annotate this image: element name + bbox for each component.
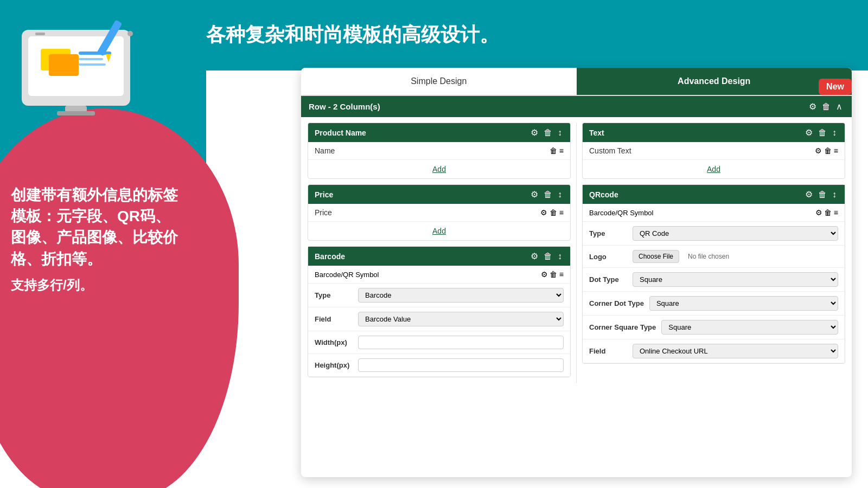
price-delete-btn[interactable]: 🗑	[542, 190, 554, 200]
qrcode-header: QRcode ⚙ 🗑 ↕	[583, 185, 845, 204]
price-add: Add	[308, 222, 570, 240]
price-row: Price ⚙ 🗑 ≡	[308, 204, 570, 222]
qrcode-corner-square-type-row: Corner Square Type Square Rounded	[583, 316, 845, 339]
qrcode-corner-square-type-select[interactable]: Square Rounded	[661, 320, 838, 335]
text-header-actions: ⚙ 🗑 ↕	[803, 127, 838, 138]
custom-text-settings[interactable]: ⚙	[815, 146, 822, 155]
price-menu-icon[interactable]: ≡	[559, 208, 564, 217]
text-custom-row: Custom Text ⚙ 🗑 ≡	[583, 142, 845, 160]
text-move-btn[interactable]: ↕	[831, 128, 838, 138]
name-delete-btn[interactable]: 🗑	[550, 146, 557, 155]
barcode-symbol-actions: ⚙ 🗑 ≡	[541, 270, 564, 279]
qrcode-delete-btn[interactable]: 🗑	[816, 190, 828, 200]
svg-rect-6	[79, 63, 106, 66]
qrcode-symbol-settings[interactable]: ⚙	[815, 208, 822, 217]
qrcode-symbol-menu[interactable]: ≡	[834, 208, 838, 217]
barcode-move-btn[interactable]: ↕	[556, 252, 564, 261]
barcode-body: Barcode/QR Symbol ⚙ 🗑 ≡ Type Barcode	[308, 266, 570, 377]
qrcode-corner-dot-type-label: Corner Dot Type	[589, 299, 644, 307]
barcode-symbol-delete[interactable]: 🗑	[550, 270, 557, 279]
row-header-actions: ⚙ 🗑 ∧	[807, 101, 844, 112]
choose-file-btn[interactable]: Choose File	[633, 250, 679, 263]
custom-text-delete[interactable]: 🗑	[824, 146, 832, 155]
price-row-actions: ⚙ 🗑 ≡	[540, 208, 564, 217]
left-column: Product Name ⚙ 🗑 ↕ Name 🗑 ≡	[308, 123, 577, 383]
right-column: Text ⚙ 🗑 ↕ Custom Text ⚙ 🗑 ≡	[577, 123, 845, 383]
price-delete-icon[interactable]: 🗑	[550, 208, 557, 217]
product-name-delete-btn[interactable]: 🗑	[542, 128, 554, 138]
svg-rect-11	[35, 33, 45, 35]
row-collapse-btn[interactable]: ∧	[834, 101, 844, 112]
name-row-actions: 🗑 ≡	[550, 146, 564, 155]
row-settings-btn[interactable]: ⚙	[807, 101, 818, 112]
barcode-height-label: Height(px)	[315, 361, 353, 369]
barcode-field-select[interactable]: Barcode Value	[358, 312, 564, 326]
no-file-text: No file chosen	[688, 253, 729, 260]
text-add: Add	[583, 160, 845, 178]
name-menu-btn[interactable]: ≡	[559, 146, 564, 155]
barcode-header: Barcode ⚙ 🗑 ↕	[308, 247, 570, 266]
text-header: Text ⚙ 🗑 ↕	[583, 123, 845, 142]
row-delete-btn[interactable]: 🗑	[820, 102, 832, 112]
barcode-delete-btn[interactable]: 🗑	[542, 252, 554, 261]
two-col-layout: Product Name ⚙ 🗑 ↕ Name 🗑 ≡	[301, 123, 852, 389]
left-main-text: 创建带有额外信息的标签模板：元字段、QR码、图像、产品图像、比较价格、折扣等。	[11, 184, 184, 269]
text-add-link[interactable]: Add	[707, 165, 720, 174]
qrcode-logo-label: Logo	[589, 253, 627, 261]
text-block: Text ⚙ 🗑 ↕ Custom Text ⚙ 🗑 ≡	[582, 123, 845, 179]
header-title: 各种复杂和时尚模板的高级设计。	[206, 22, 868, 48]
barcode-type-select[interactable]: Barcode QR Code	[358, 288, 564, 303]
tab-advanced-design[interactable]: Advanced Design	[577, 68, 852, 95]
qrcode-symbol-delete[interactable]: 🗑	[824, 208, 832, 217]
product-name-block: Product Name ⚙ 🗑 ↕ Name 🗑 ≡	[308, 123, 571, 179]
qrcode-type-select[interactable]: QR Code Barcode	[633, 226, 838, 241]
barcode-width-row: Width(px)	[308, 331, 570, 354]
price-move-btn[interactable]: ↕	[556, 190, 564, 200]
qrcode-corner-dot-type-select[interactable]: Square Rounded	[649, 296, 838, 311]
panel-content: Row - 2 Column(s) ⚙ 🗑 ∧ Product Name ⚙ 🗑	[301, 96, 852, 475]
qrcode-field-select[interactable]: Online Checkout URL Barcode Value	[633, 344, 838, 358]
svg-point-12	[127, 31, 133, 36]
price-actions: ⚙ 🗑 ↕	[529, 189, 564, 200]
text-delete-btn[interactable]: 🗑	[816, 128, 828, 138]
red-blob	[0, 108, 239, 488]
barcode-height-row: Height(px)	[308, 354, 570, 377]
barcode-height-input[interactable]	[358, 358, 564, 372]
custom-text-actions: ⚙ 🗑 ≡	[815, 146, 838, 155]
product-name-header: Product Name ⚙ 🗑 ↕	[308, 123, 570, 142]
qrcode-field-label: Field	[589, 347, 627, 355]
qrcode-type-label: Type	[589, 229, 627, 237]
barcode-field-row: Field Barcode Value	[308, 307, 570, 331]
product-name-move-btn[interactable]: ↕	[556, 128, 564, 138]
price-add-link[interactable]: Add	[432, 227, 446, 235]
row-label: Row - 2 Column(s)	[309, 102, 380, 111]
qrcode-settings-btn[interactable]: ⚙	[803, 189, 814, 200]
barcode-settings-btn[interactable]: ⚙	[529, 251, 540, 261]
barcode-symbol-settings[interactable]: ⚙	[541, 270, 548, 279]
product-name-settings-btn[interactable]: ⚙	[529, 127, 540, 138]
qrcode-corner-dot-type-row: Corner Dot Type Square Rounded	[583, 292, 845, 316]
barcode-width-input[interactable]	[358, 336, 564, 349]
design-panel: Simple Design Advanced Design Row - 2 Co…	[301, 68, 852, 477]
barcode-symbol-menu[interactable]: ≡	[559, 270, 564, 279]
svg-rect-10	[57, 111, 95, 115]
new-badge: New	[819, 79, 852, 95]
svg-rect-3	[49, 54, 79, 76]
text-settings-btn[interactable]: ⚙	[803, 127, 814, 138]
qrcode-dot-type-select[interactable]: Square Rounded Dots	[633, 272, 838, 287]
qrcode-corner-square-type-label: Corner Square Type	[589, 323, 656, 331]
price-settings-icon[interactable]: ⚙	[540, 208, 547, 217]
row-header: Row - 2 Column(s) ⚙ 🗑 ∧	[301, 96, 852, 117]
qrcode-move-btn[interactable]: ↕	[831, 190, 838, 200]
qrcode-symbol-row: Barcode/QR Symbol ⚙ 🗑 ≡	[583, 204, 845, 222]
barcode-block: Barcode ⚙ 🗑 ↕ Barcode/QR Symbol ⚙ �	[308, 246, 571, 377]
price-settings-btn[interactable]: ⚙	[529, 189, 540, 200]
barcode-header-actions: ⚙ 🗑 ↕	[529, 251, 564, 261]
qrcode-symbol-actions: ⚙ 🗑 ≡	[815, 208, 838, 217]
barcode-field-label: Field	[315, 315, 353, 323]
tab-simple-design[interactable]: Simple Design	[301, 68, 577, 95]
custom-text-menu[interactable]: ≡	[834, 146, 838, 155]
product-name-add-link[interactable]: Add	[432, 165, 446, 174]
qrcode-body: Barcode/QR Symbol ⚙ 🗑 ≡ Type QR Code	[583, 204, 845, 363]
barcode-symbol-row: Barcode/QR Symbol ⚙ 🗑 ≡	[308, 266, 570, 284]
